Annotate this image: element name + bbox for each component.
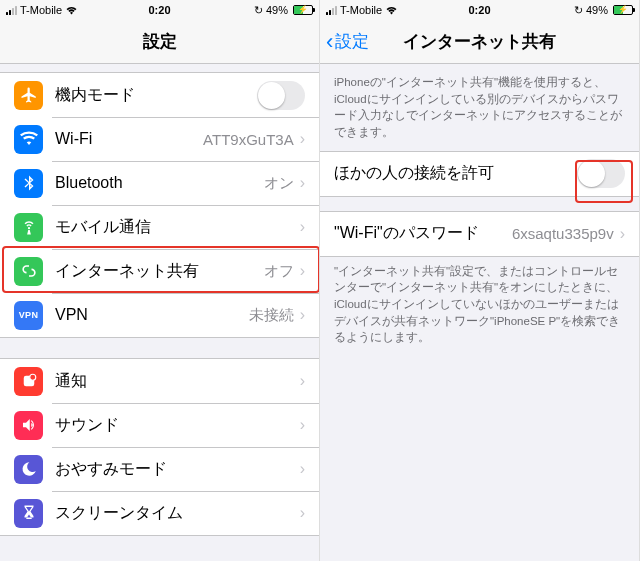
- wifi-status-icon: [385, 5, 398, 15]
- chevron-right-icon: ›: [300, 262, 305, 280]
- cellular-label: モバイル通信: [55, 217, 300, 238]
- airplane-mode-toggle[interactable]: [257, 81, 305, 110]
- back-label: 設定: [335, 30, 369, 53]
- svg-point-1: [29, 374, 35, 380]
- dnd-cell[interactable]: おやすみモード ›: [0, 447, 319, 491]
- chevron-left-icon: ‹: [326, 31, 333, 53]
- hotspot-label: インターネット共有: [55, 261, 264, 282]
- nav-bar: ‹ 設定 インターネット共有: [320, 20, 639, 64]
- wifi-password-label: "Wi-Fi"のパスワード: [334, 223, 512, 244]
- bluetooth-label: Bluetooth: [55, 174, 264, 192]
- airplane-icon: [14, 81, 43, 110]
- allow-others-cell[interactable]: ほかの人の接続を許可: [320, 152, 639, 196]
- hourglass-icon: [14, 499, 43, 528]
- vpn-value: 未接続: [249, 306, 294, 325]
- settings-pane: T-Mobile 0:20 ↻ 49% ⚡ 設定 機内モード Wi-Fi: [0, 0, 320, 561]
- chevron-right-icon: ›: [300, 504, 305, 522]
- signal-icon: [6, 6, 17, 15]
- carrier-label: T-Mobile: [340, 4, 382, 16]
- battery-pct: 49%: [266, 4, 288, 16]
- airplane-mode-cell[interactable]: 機内モード: [0, 73, 319, 117]
- vpn-label: VPN: [55, 306, 249, 324]
- settings-group-connectivity: 機内モード Wi-Fi ATT9xGuT3A › Bluetooth オン › …: [0, 72, 319, 338]
- notifications-icon: [14, 367, 43, 396]
- carrier-label: T-Mobile: [20, 4, 62, 16]
- bluetooth-value: オン: [264, 174, 294, 193]
- wifi-status-icon: [65, 5, 78, 15]
- hotspot-icon: [14, 257, 43, 286]
- back-button[interactable]: ‹ 設定: [320, 30, 375, 53]
- battery-icon: ⚡: [293, 5, 313, 15]
- clock: 0:20: [148, 4, 170, 16]
- wifi-cell[interactable]: Wi-Fi ATT9xGuT3A ›: [0, 117, 319, 161]
- battery-icon: ⚡: [613, 5, 633, 15]
- clock: 0:20: [468, 4, 490, 16]
- intro-text: iPhoneの"インターネット共有"機能を使用すると、iCloudにサインインし…: [320, 64, 639, 141]
- screentime-cell[interactable]: スクリーンタイム ›: [0, 491, 319, 535]
- chevron-right-icon: ›: [300, 416, 305, 434]
- settings-group-notifications: 通知 › サウンド › おやすみモード › スクリーンタイム ›: [0, 358, 319, 536]
- status-bar: T-Mobile 0:20 ↻ 49% ⚡: [0, 0, 319, 20]
- moon-icon: [14, 455, 43, 484]
- bluetooth-icon: [14, 169, 43, 198]
- chevron-right-icon: ›: [300, 130, 305, 148]
- vpn-cell[interactable]: VPN VPN 未接続 ›: [0, 293, 319, 337]
- allow-others-group: ほかの人の接続を許可: [320, 151, 639, 197]
- chevron-right-icon: ›: [300, 460, 305, 478]
- recharge-icon: ↻: [254, 4, 263, 17]
- wifi-password-group: "Wi-Fi"のパスワード 6xsaqtu335p9v ›: [320, 211, 639, 257]
- dnd-label: おやすみモード: [55, 459, 300, 480]
- chevron-right-icon: ›: [300, 174, 305, 192]
- page-title: 設定: [0, 30, 319, 53]
- wifi-password-cell[interactable]: "Wi-Fi"のパスワード 6xsaqtu335p9v ›: [320, 212, 639, 256]
- sounds-icon: [14, 411, 43, 440]
- screentime-label: スクリーンタイム: [55, 503, 300, 524]
- footer-text: "インターネット共有"設定で、またはコントロールセンターで"インターネット共有"…: [320, 257, 639, 346]
- signal-icon: [326, 6, 337, 15]
- nav-bar: 設定: [0, 20, 319, 64]
- personal-hotspot-cell[interactable]: インターネット共有 オフ ›: [0, 249, 319, 293]
- hotspot-value: オフ: [264, 262, 294, 281]
- vpn-icon: VPN: [14, 301, 43, 330]
- battery-pct: 49%: [586, 4, 608, 16]
- wifi-value: ATT9xGuT3A: [203, 131, 294, 148]
- sounds-label: サウンド: [55, 415, 300, 436]
- chevron-right-icon: ›: [300, 306, 305, 324]
- airplane-mode-label: 機内モード: [55, 85, 257, 106]
- wifi-label: Wi-Fi: [55, 130, 203, 148]
- hotspot-pane: T-Mobile 0:20 ↻ 49% ⚡ ‹ 設定 インターネット共有 iPh…: [320, 0, 640, 561]
- bluetooth-cell[interactable]: Bluetooth オン ›: [0, 161, 319, 205]
- cellular-icon: [14, 213, 43, 242]
- status-bar: T-Mobile 0:20 ↻ 49% ⚡: [320, 0, 639, 20]
- notifications-label: 通知: [55, 371, 300, 392]
- chevron-right-icon: ›: [300, 218, 305, 236]
- allow-others-toggle[interactable]: [577, 159, 625, 188]
- sounds-cell[interactable]: サウンド ›: [0, 403, 319, 447]
- allow-others-label: ほかの人の接続を許可: [334, 163, 577, 184]
- wifi-icon: [14, 125, 43, 154]
- chevron-right-icon: ›: [300, 372, 305, 390]
- wifi-password-value: 6xsaqtu335p9v: [512, 225, 614, 242]
- recharge-icon: ↻: [574, 4, 583, 17]
- chevron-right-icon: ›: [620, 225, 625, 243]
- notifications-cell[interactable]: 通知 ›: [0, 359, 319, 403]
- cellular-cell[interactable]: モバイル通信 ›: [0, 205, 319, 249]
